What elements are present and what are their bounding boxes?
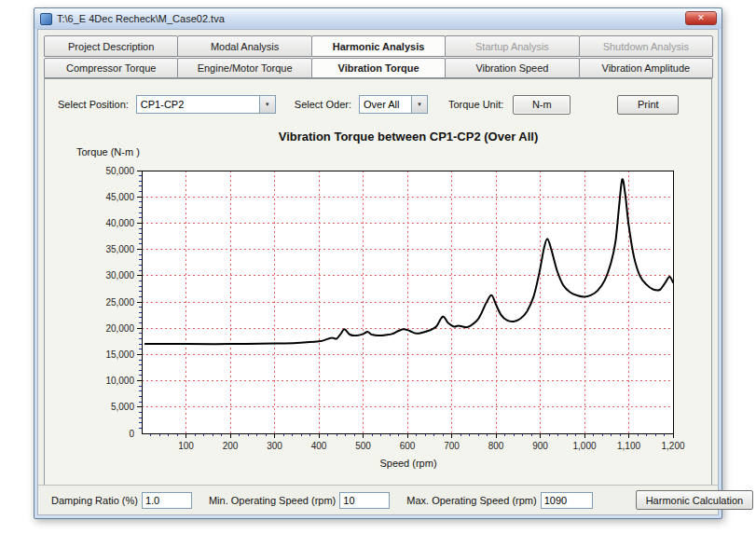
svg-text:45,000: 45,000 [105, 192, 134, 202]
svg-text:1,200: 1,200 [661, 441, 684, 451]
vibration-chart: Speed (rpm) 1002003004005006007008009001… [71, 161, 686, 472]
svg-text:15,000: 15,000 [105, 349, 134, 360]
svg-text:800: 800 [488, 441, 504, 451]
min-operating-speed-label: Min. Operating Speed (rpm) [209, 495, 336, 506]
svg-text:1,000: 1,000 [572, 441, 596, 451]
select-position-label: Select Position: [58, 99, 129, 110]
svg-text:50,000: 50,000 [105, 166, 134, 176]
chart-frame: Vibration Torque between CP1-CP2 (Over A… [65, 128, 697, 478]
max-operating-speed-input[interactable] [541, 492, 593, 509]
torque-unit-button[interactable]: N-m [513, 95, 570, 115]
window-title: T:\6_E 4Dec Recheck\M_Case02.tva [57, 13, 225, 24]
select-position-value: CP1-CP2 [137, 99, 259, 110]
harmonic-calculation-button[interactable]: Harmonic Calculation [636, 490, 754, 510]
titlebar: T:\6_E 4Dec Recheck\M_Case02.tva ✕ [34, 8, 722, 29]
close-button[interactable]: ✕ [685, 11, 717, 25]
damping-ratio-input[interactable] [142, 492, 192, 509]
select-order-combobox[interactable]: Over All ▼ [359, 95, 428, 114]
svg-text:35,000: 35,000 [105, 244, 134, 254]
harmonic-analysis-panel: Select Position: CP1-CP2 ▼ Select Oder: … [44, 78, 712, 486]
y-axis-title: Torque (N-m ) [76, 146, 140, 157]
svg-text:20,000: 20,000 [105, 323, 134, 334]
svg-text:600: 600 [400, 441, 416, 451]
tab-engine-motor-torque[interactable]: Engine/Motor Torque [177, 58, 311, 78]
main-tab-strip: Project DescriptionModal AnalysisHarmoni… [44, 35, 712, 57]
tab-shutdown-analysis[interactable]: Shutdown Analysis [579, 35, 713, 57]
svg-text:0: 0 [129, 429, 134, 439]
svg-text:500: 500 [355, 441, 371, 451]
app-icon [40, 13, 52, 25]
tab-harmonic-analysis[interactable]: Harmonic Analysis [311, 35, 446, 57]
x-axis-title: Speed (rpm) [379, 458, 436, 469]
tab-modal-analysis[interactable]: Modal Analysis [177, 35, 311, 57]
tab-vibration-amplitude[interactable]: Vibration Amplitude [579, 58, 713, 78]
max-operating-speed-label: Max. Operating Speed (rpm) [406, 495, 536, 506]
client-area: Project DescriptionModal AnalysisHarmoni… [37, 29, 719, 515]
min-operating-speed-input[interactable] [339, 492, 390, 509]
tab-startup-analysis[interactable]: Startup Analysis [445, 35, 579, 57]
svg-text:25,000: 25,000 [105, 297, 134, 308]
chevron-down-icon[interactable]: ▼ [259, 96, 275, 113]
svg-text:10,000: 10,000 [105, 376, 134, 386]
svg-text:300: 300 [267, 441, 282, 451]
select-position-combobox[interactable]: CP1-CP2 ▼ [136, 95, 276, 114]
sub-tab-strip: Compressor TorqueEngine/Motor TorqueVibr… [44, 58, 712, 78]
tab-vibration-torque[interactable]: Vibration Torque [311, 58, 446, 78]
svg-text:1,100: 1,100 [617, 441, 640, 451]
chart-title: Vibration Torque between CP1-CP2 (Over A… [119, 130, 697, 144]
svg-text:400: 400 [311, 441, 327, 451]
svg-text:40,000: 40,000 [105, 218, 134, 228]
select-order-label: Select Oder: [295, 99, 351, 110]
svg-text:700: 700 [444, 441, 460, 451]
svg-text:30,000: 30,000 [105, 270, 134, 281]
damping-ratio-label: Damping Ratio (%) [51, 495, 138, 506]
select-order-value: Over All [360, 99, 411, 110]
chevron-down-icon[interactable]: ▼ [411, 96, 427, 113]
chart-svg-wrap: Speed (rpm) 1002003004005006007008009001… [71, 161, 686, 476]
controls-row: Select Position: CP1-CP2 ▼ Select Oder: … [58, 94, 698, 115]
tab-compressor-torque[interactable]: Compressor Torque [44, 58, 178, 78]
app-window: T:\6_E 4Dec Recheck\M_Case02.tva ✕ Proje… [34, 7, 722, 519]
tab-vibration-speed[interactable]: Vibration Speed [445, 58, 579, 78]
print-button[interactable]: Print [617, 95, 679, 115]
tab-project-description[interactable]: Project Description [44, 35, 178, 57]
svg-text:5,000: 5,000 [111, 402, 134, 412]
footer-row: Damping Ratio (%) Min. Operating Speed (… [38, 485, 718, 514]
svg-text:900: 900 [532, 441, 548, 451]
torque-unit-label: Torque Unit: [448, 99, 503, 110]
svg-text:100: 100 [178, 441, 194, 451]
svg-text:200: 200 [223, 441, 239, 451]
